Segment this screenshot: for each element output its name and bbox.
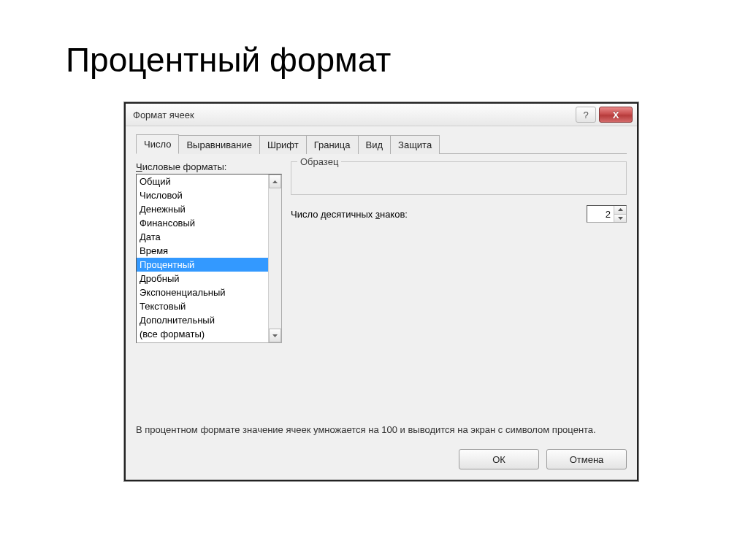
format-cells-dialog: Формат ячеек ? X Число Выравнивание Шриф…	[124, 102, 638, 481]
list-item[interactable]: Общий	[137, 174, 268, 188]
dialog-title: Формат ячеек	[133, 110, 573, 120]
tab-protection[interactable]: Защита	[390, 135, 440, 154]
help-button[interactable]: ?	[576, 107, 596, 123]
dialog-body: Число Выравнивание Шрифт Граница Вид Защ…	[126, 126, 637, 480]
scroll-down-button[interactable]	[269, 329, 281, 342]
list-item[interactable]: Процентный	[137, 258, 268, 272]
list-item[interactable]: Дробный	[137, 272, 268, 285]
spinner-up-button[interactable]	[614, 206, 626, 215]
titlebar: Формат ячеек ? X	[126, 104, 637, 126]
tab-number[interactable]: Число	[136, 134, 179, 154]
close-button[interactable]: X	[599, 107, 633, 123]
list-item[interactable]: Дата	[137, 230, 268, 244]
list-item[interactable]: Числовой	[137, 188, 268, 202]
ok-button[interactable]: ОК	[459, 449, 539, 469]
list-item[interactable]: Дополнительный	[137, 313, 268, 327]
list-item[interactable]: Финансовый	[137, 216, 268, 230]
scroll-up-button[interactable]	[269, 174, 281, 188]
tab-alignment[interactable]: Выравнивание	[178, 135, 259, 154]
format-description: В процентном формате значение ячеек умно…	[136, 423, 627, 436]
list-item[interactable]: Денежный	[137, 202, 268, 216]
list-item[interactable]: Экспоненциальный	[137, 285, 268, 299]
decimal-places-spinner[interactable]	[587, 205, 627, 223]
tab-border[interactable]: Граница	[306, 135, 359, 154]
listbox-scrollbar[interactable]	[268, 174, 281, 342]
svg-marker-2	[618, 208, 623, 211]
tab-view[interactable]: Вид	[358, 135, 392, 154]
spinner-down-button[interactable]	[614, 215, 626, 223]
slide-title: Процентный формат	[66, 40, 391, 80]
svg-marker-3	[618, 217, 623, 220]
number-formats-listbox[interactable]: ОбщийЧисловойДенежныйФинансовыйДатаВремя…	[136, 174, 282, 343]
decimal-places-input[interactable]	[587, 206, 614, 222]
tab-strip: Число Выравнивание Шрифт Граница Вид Защ…	[136, 134, 627, 154]
list-item[interactable]: Текстовый	[137, 299, 268, 313]
svg-marker-0	[272, 180, 278, 183]
tab-font[interactable]: Шрифт	[259, 135, 307, 154]
svg-marker-1	[272, 334, 278, 337]
sample-groupbox: Образец	[291, 161, 627, 195]
decimal-places-label: Число десятичных знаков:	[291, 209, 408, 220]
list-item[interactable]: Время	[137, 244, 268, 258]
list-item[interactable]: (все форматы)	[137, 327, 268, 341]
cancel-button[interactable]: Отмена	[546, 449, 627, 469]
number-formats-label: Числовые форматы:	[136, 161, 282, 172]
sample-label: Образец	[297, 156, 341, 167]
